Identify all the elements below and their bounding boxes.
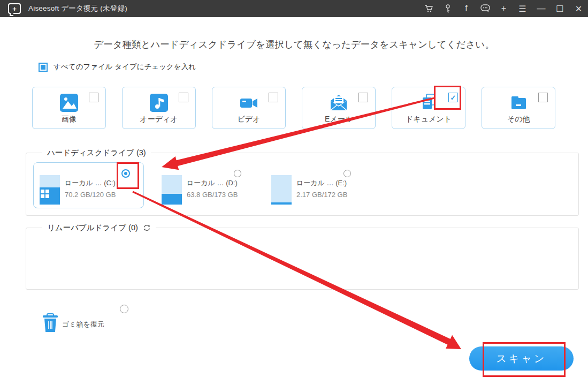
- filetype-cards: 画像 オーディオ ビデオ: [32, 87, 555, 129]
- removable-section: リムーバブルドライブ (0): [26, 228, 579, 290]
- refresh-icon[interactable]: [143, 224, 151, 232]
- titlebar-icons: f + ☰ — ☐ ✕: [419, 0, 588, 17]
- drive-e-icon: [271, 175, 292, 205]
- windows-logo-icon: [41, 190, 49, 198]
- filetype-label: ビデオ: [238, 115, 261, 124]
- drive-name: ローカル … (C:): [65, 178, 116, 188]
- drive-c-icon: [40, 175, 60, 205]
- filetype-label: 画像: [62, 115, 77, 124]
- hdd-section: ハードディスクドライブ (3) ローカル … (C:) 70.2 GB/120 …: [26, 153, 579, 216]
- email-icon: [329, 93, 349, 113]
- cart-icon[interactable]: [419, 0, 438, 17]
- drive-name: ローカル … (E:): [296, 178, 347, 188]
- app-logo-icon: +: [8, 3, 21, 14]
- scan-button[interactable]: スキャン: [469, 346, 574, 371]
- image-icon: [59, 93, 79, 113]
- trash-radio[interactable]: [120, 305, 128, 313]
- video-icon: [239, 93, 259, 113]
- select-all-label: すべてのファイル タイプにチェックを入れ: [54, 62, 196, 72]
- other-icon: [508, 93, 529, 113]
- menu-icon[interactable]: ☰: [513, 0, 532, 17]
- trash-icon[interactable]: [42, 313, 58, 332]
- plus-icon[interactable]: +: [494, 0, 513, 17]
- filetype-checkbox-video[interactable]: [269, 93, 278, 102]
- close-button[interactable]: ✕: [569, 0, 588, 17]
- titlebar: + Aiseesoft データ復元 (未登録) f + ☰ — ☐ ✕: [0, 0, 588, 17]
- document-icon: [418, 93, 439, 113]
- filetype-checkbox-email[interactable]: [358, 93, 368, 102]
- drive-d[interactable]: ローカル … (D:) 63.8 GB/173 GB: [155, 162, 245, 208]
- drive-d-radio[interactable]: [234, 170, 241, 177]
- removable-section-legend: リムーバブルドライブ (0): [42, 223, 156, 233]
- filetype-label: その他: [507, 115, 530, 124]
- maximize-button[interactable]: ☐: [551, 0, 569, 17]
- select-all-checkbox[interactable]: [39, 63, 48, 72]
- hdd-section-legend: ハードディスクドライブ (3): [42, 148, 151, 158]
- filetype-label: ドキュメント: [406, 115, 452, 124]
- filetype-checkbox-document[interactable]: [448, 93, 458, 102]
- page-instruction: データ種類とハードディスクドライブを選択して無くなったデータをスキャンしてくださ…: [0, 38, 588, 51]
- filetype-card-audio[interactable]: オーディオ: [122, 87, 196, 129]
- filetype-label: Eメール: [325, 115, 353, 124]
- select-all-filetypes[interactable]: すべてのファイル タイプにチェックを入れ: [39, 62, 196, 72]
- drive-d-icon: [162, 175, 182, 205]
- hdd-legend-text: ハードディスクドライブ (3): [47, 148, 146, 158]
- filetype-checkbox-other[interactable]: [538, 93, 548, 102]
- filetype-card-video[interactable]: ビデオ: [212, 87, 286, 129]
- filetype-checkbox-image[interactable]: [89, 93, 98, 102]
- removable-legend-text: リムーバブルドライブ (0): [47, 223, 138, 233]
- drive-capacity: 63.8 GB/173 GB: [187, 191, 238, 199]
- app-window: + Aiseesoft データ復元 (未登録) f + ☰ — ☐ ✕ データ種…: [0, 0, 588, 385]
- feedback-icon[interactable]: [476, 0, 494, 17]
- drive-capacity: 2.17 GB/172 GB: [296, 191, 347, 199]
- filetype-card-image[interactable]: 画像: [32, 87, 106, 129]
- drive-capacity: 70.2 GB/120 GB: [65, 191, 116, 199]
- filetype-label: オーディオ: [140, 115, 178, 124]
- minimize-button[interactable]: —: [532, 0, 551, 17]
- audio-icon: [149, 93, 169, 113]
- drive-c[interactable]: ローカル … (C:) 70.2 GB/120 GB: [33, 162, 144, 208]
- filetype-checkbox-audio[interactable]: [179, 93, 188, 102]
- drive-name: ローカル … (D:): [187, 178, 238, 188]
- key-icon[interactable]: [438, 0, 457, 17]
- facebook-icon[interactable]: f: [457, 0, 476, 17]
- drive-e[interactable]: ローカル … (E:) 2.17 GB/172 GB: [265, 162, 355, 208]
- drive-e-radio[interactable]: [343, 170, 351, 177]
- filetype-card-email[interactable]: Eメール: [302, 87, 376, 129]
- window-title: Aiseesoft データ復元 (未登録): [28, 4, 127, 13]
- trash-label[interactable]: ゴミ箱を復元: [62, 320, 104, 329]
- drive-c-radio[interactable]: [121, 169, 130, 178]
- filetype-card-document[interactable]: ドキュメント: [392, 87, 465, 129]
- filetype-card-other[interactable]: その他: [482, 87, 555, 129]
